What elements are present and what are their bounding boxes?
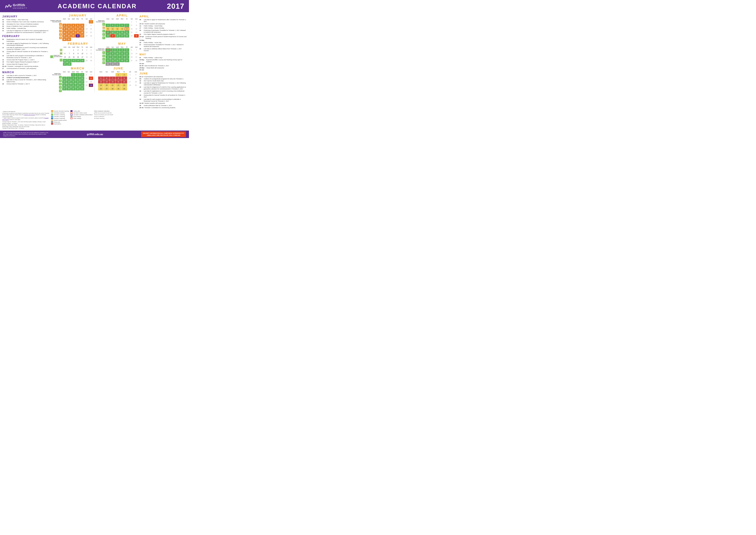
- list-item: 10–14Student vacation (all campuses): [139, 23, 187, 25]
- cal-cell: 31: [67, 38, 71, 41]
- cal-cell: [80, 20, 84, 23]
- legend-item: Last date to withdraw without failure: [70, 114, 93, 115]
- jun-row-4: 19 20 21 22 23 24 25: [98, 84, 139, 87]
- legend-item: Census date: [70, 110, 93, 112]
- list-item: 12Census Date MD Program Years 1, 3 and …: [2, 59, 49, 61]
- cal-cell: [62, 20, 67, 23]
- week-num-7: 7: [59, 30, 62, 33]
- week-row-6: 6: [50, 26, 62, 29]
- week-num: 8: [102, 33, 105, 36]
- legend-color: [51, 118, 53, 119]
- june-right-events: 03–17Examinations (all campuses) 05–16Au…: [139, 76, 187, 109]
- cal-cell: [71, 20, 75, 23]
- list-item: 12Last date for applications to enrol in…: [2, 47, 49, 50]
- bottom-section: * Subject to final approval $ Final date…: [0, 110, 189, 130]
- may-week-labels: TRIMESTER 1TEACHING WEEK 9 10 11 12: [96, 42, 105, 64]
- may-title: MAY: [106, 42, 139, 45]
- cal-cell: 19: [76, 31, 80, 34]
- cal-cell: 27: [80, 34, 84, 38]
- cal-cell: 17: [67, 31, 71, 34]
- list-item: 23Doctor of Medicine Year 2 students com…: [2, 25, 49, 27]
- cal-cell: [67, 20, 71, 23]
- calendar-row-3: TRIMESTER 1TEACHING WEEK 1 2 3 4: [50, 67, 139, 93]
- list-item: 24Pure higher degree research programs i…: [139, 33, 187, 35]
- april-right-heading: APRIL: [139, 15, 187, 18]
- feb-row-1: 1 2 3 4 5: [63, 48, 93, 52]
- jan-row-1: 1: [62, 20, 93, 23]
- legend-color: [51, 114, 53, 115]
- header-wed: wed: [71, 18, 75, 20]
- center-column: SUMMER SEMESTERTEACHING WEEK 5 6 7 8: [50, 14, 139, 109]
- week-row-5: 5: [50, 23, 62, 26]
- legend-color: [51, 119, 53, 121]
- cal-cell: 24: [67, 34, 71, 38]
- april-right-events: 09Last date to apply for Readmission aft…: [139, 19, 187, 52]
- february-heading: FEBRUARY: [2, 35, 49, 38]
- may-right-events: 01Public Holiday – Labour Day * 15 May –…: [139, 57, 187, 71]
- march-heading: MARCH: [2, 71, 49, 74]
- apr-row-5: 24 25 26 27 28 29 30: [106, 34, 139, 38]
- apr-row-4: 17 18 19 20 21 22 23: [106, 31, 139, 34]
- jan-row-6: 30 31: [62, 38, 93, 41]
- list-item: 18Last date to apply for Readmission for…: [139, 82, 187, 86]
- list-item: 20Preliminary Examination Timetable for …: [139, 29, 187, 33]
- jan-row-2: 2 3 4 5 6 7 8: [62, 24, 93, 27]
- cal-cell: [84, 38, 89, 41]
- header-fri: fri: [80, 18, 84, 20]
- may-row-5: 29 30 31: [106, 62, 139, 66]
- january-calendar: SUMMER SEMESTERTEACHING WEEK 5 6 7 8: [50, 14, 93, 41]
- list-item: 29–30Open Enrollment for Trimester 3, 20…: [139, 65, 187, 67]
- jan-row-3: 9 10 11 12 13 14 15: [62, 27, 93, 31]
- list-item: 31Last day for lodgement of Credit for P…: [2, 30, 49, 34]
- march-calendar: TRIMESTER 1TEACHING WEEK 1 2 3 4: [50, 67, 93, 93]
- t1-w1: [50, 55, 53, 58]
- legend-section: Summer Semester teaching Orientation act…: [51, 110, 138, 129]
- february-events: 02Registrations close for March 2017 GAM…: [2, 39, 49, 70]
- list-item: 29 May –02 JunStudy Week (all campuses): [139, 67, 187, 71]
- february-calendar: 9 10 TRIMESTER 1TEACHING WEEK1 2: [50, 42, 93, 66]
- legend-item: Last date to add a course: [70, 112, 93, 114]
- summer-semester-label: SUMMER SEMESTERTEACHING WEEK: [50, 20, 62, 22]
- cal-cell: [76, 20, 80, 23]
- cal-cell: 22: [89, 31, 93, 34]
- may-right-heading: MAY: [139, 53, 187, 56]
- footer-acknowledgement: Griffith University acknowledges the peo…: [3, 132, 49, 137]
- list-item: 26Public Holiday – Australia Day: [2, 27, 49, 29]
- cal-cell: 28: [84, 34, 89, 38]
- logo-griffith: Griffith: [13, 3, 27, 7]
- header-sun: sun: [89, 18, 93, 20]
- legend-color: [51, 121, 53, 123]
- may-row-4: 22 23 24 25 26 27 28: [106, 59, 139, 62]
- list-item: 18Last date for each program recommendin…: [139, 99, 187, 102]
- left-column: JANUARY 02Public Holiday — New Year's Da…: [2, 14, 49, 109]
- jun-row-5: 26 27 28 29 30: [98, 87, 139, 91]
- other-cals: Other Academic Calendars griffith.edu.au…: [94, 110, 113, 129]
- cal-cell: 25: [71, 34, 75, 38]
- apr-grid: APRIL mon tue wed thur fri sat sun: [106, 14, 139, 38]
- mar-week-labels: TRIMESTER 1TEACHING WEEK 1 2 3 4: [50, 67, 62, 93]
- feb-row-3: 13 14 15 16 17 18 19: [63, 55, 93, 59]
- cal-cell: 20: [80, 31, 84, 34]
- t1-week-label: TRIMESTER 1TEACHING WEEK: [96, 20, 105, 22]
- list-item: 15 May –04 JunExperienceGriffith: Course…: [139, 59, 187, 65]
- jan-row-4: 16 17 18 19 20 21 22: [62, 31, 93, 34]
- week-num: 7: [102, 30, 105, 33]
- cal-cell: 14: [84, 27, 89, 31]
- jan-row-5: 23 24 25 26 27 28 29: [62, 34, 93, 38]
- legend-item: Show holidays: [70, 116, 93, 117]
- january-events: 02Public Holiday — New Year's Day 16Doct…: [2, 19, 49, 33]
- cal-cell: 3: [67, 24, 71, 27]
- week-row-8: 8: [50, 33, 62, 36]
- cal-cell: 4: [71, 24, 75, 27]
- week-num: 6: [102, 23, 105, 26]
- legend-item: Orientation activities: [51, 112, 69, 114]
- march-events: 12Last date to add a course for Trimeste…: [2, 74, 49, 85]
- week-row-9: 9: [50, 36, 62, 40]
- list-item: 18Closing date for Internal Transfers fo…: [139, 94, 187, 98]
- week-num: [102, 26, 105, 29]
- cal-cell-jan1: 1: [89, 20, 93, 23]
- cal-cell: 15: [89, 27, 93, 31]
- jun-row-1: 1 2 3 4: [98, 73, 139, 76]
- jan-title: JANUARY: [62, 14, 93, 17]
- mar-row-1: 1 2 3 4 5: [62, 73, 93, 76]
